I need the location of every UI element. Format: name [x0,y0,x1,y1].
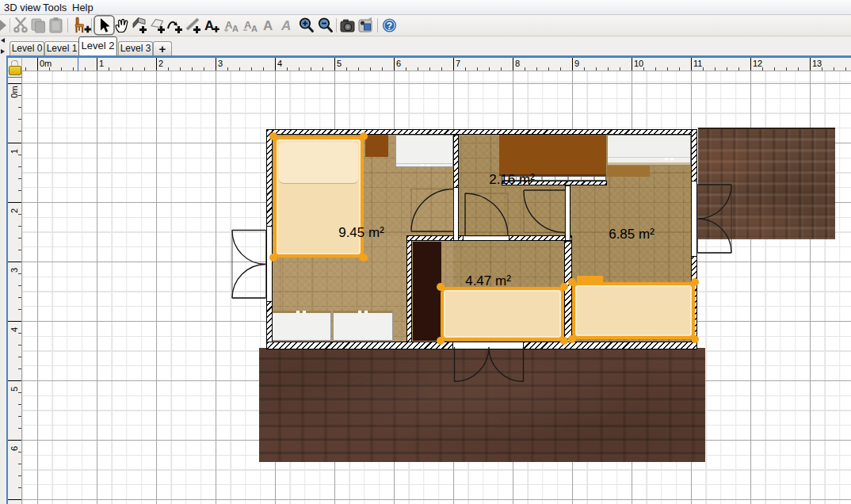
svg-text:A: A [232,24,239,33]
svg-text:A: A [204,18,214,33]
svg-text:A: A [251,24,258,33]
svg-text:?: ? [387,21,392,32]
svg-text:A: A [263,18,273,33]
svg-text:A: A [280,18,291,33]
